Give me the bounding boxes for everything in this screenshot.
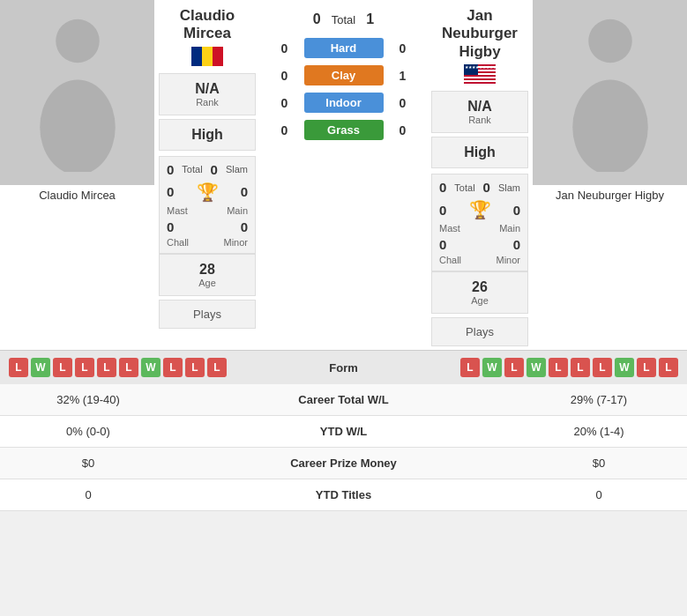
player1-caption-name: Claudio Mircea <box>39 189 116 202</box>
stat-left-3: 0 <box>0 479 176 511</box>
stat-label-0: Career Total W/L <box>176 384 511 416</box>
player1-slam-val: 0 <box>211 162 218 177</box>
player1-chall-row: 0 0 <box>167 219 248 234</box>
hard-button[interactable]: Hard <box>304 38 384 58</box>
player2-total-lbl: Total <box>454 182 474 193</box>
form-badge-l: L <box>75 358 94 377</box>
form-label: Form <box>329 361 358 375</box>
player1-age-box: 28 Age <box>159 254 256 296</box>
player2-header: Jan Neuburger Higby ★★★★★★★★★★★★ <box>431 0 528 91</box>
player1-rank-box: N/A Rank <box>159 73 256 115</box>
indoor-button[interactable]: Indoor <box>304 93 384 113</box>
form-badge-l: L <box>549 358 568 377</box>
stats-row-1: 0% (0-0) YTD W/L 20% (1-4) <box>0 416 687 448</box>
svg-point-2 <box>588 19 632 63</box>
player2-name: Jan Neuburger Higby <box>431 7 528 61</box>
player1-slam-lbl: Slam <box>226 164 248 174</box>
player2-main-lbl: Main <box>499 223 520 234</box>
player2-info-col: Jan Neuburger Higby ★★★★★★★★★★★★ N/A Ran… <box>427 0 533 350</box>
player2-trophy-icon: 🏆 <box>469 199 491 220</box>
clay-button[interactable]: Clay <box>304 65 384 85</box>
player2-age-val: 26 <box>439 279 520 295</box>
stats-row-0: 32% (19-40) Career Total W/L 29% (7-17) <box>0 384 687 416</box>
player2-rank-lbl: Rank <box>439 115 520 125</box>
form-badge-l: L <box>97 358 116 377</box>
form-badge-w: W <box>31 358 50 377</box>
form-badge-l: L <box>637 358 656 377</box>
form-badge-l: L <box>119 358 138 377</box>
player2-caption: Jan Neuburger Higby <box>533 185 687 205</box>
player2-photo <box>533 0 687 185</box>
player1-main-val: 0 <box>241 184 248 199</box>
stats-table: 32% (19-40) Career Total W/L 29% (7-17) … <box>0 384 687 511</box>
player2-photo-col: Jan Neuburger Higby <box>533 0 687 350</box>
grass-button[interactable]: Grass <box>304 120 384 140</box>
stats-row-2: $0 Career Prize Money $0 <box>0 448 687 479</box>
player2-age-lbl: Age <box>439 295 520 306</box>
player1-plays-lbl: Plays <box>167 308 248 321</box>
player2-plays-lbl: Plays <box>439 325 520 338</box>
top-section: Claudio Mircea Claudio Mircea N/A Rank <box>0 0 687 350</box>
player1-minor-lbl: Minor <box>223 237 248 248</box>
form-badge-l: L <box>207 358 227 377</box>
player2-high-box: High <box>431 137 528 168</box>
player2-minor-lbl: Minor <box>496 255 520 265</box>
player1-plays-box: Plays <box>159 300 256 329</box>
svg-point-1 <box>40 79 116 172</box>
grass-row: 0 Grass 0 <box>260 120 427 140</box>
player1-stats-box: 0 Total 0 Slam 0 🏆 0 Mast Main 0 0 <box>159 156 256 254</box>
player1-mast-val: 0 <box>167 184 174 199</box>
form-section: LWLLLLWLLL Form LWLWLLLWLL <box>0 350 687 384</box>
form-badge-l: L <box>659 358 678 377</box>
stats-row-3: 0 YTD Titles 0 <box>0 479 687 511</box>
hard-right: 0 <box>394 41 412 56</box>
form-badge-w: W <box>615 358 634 377</box>
player1-mast-lbl: Mast <box>167 205 188 216</box>
main-container: Claudio Mircea Claudio Mircea N/A Rank <box>0 0 687 511</box>
player1-photo <box>0 0 154 185</box>
form-badge-l: L <box>163 358 183 377</box>
svg-point-3 <box>572 79 648 172</box>
player2-chall-val: 0 <box>439 237 446 252</box>
stat-left-1: 0% (0-0) <box>0 416 176 448</box>
player1-rank-lbl: Rank <box>167 97 248 108</box>
player2-main-val: 0 <box>513 203 520 218</box>
form-badge-l: L <box>571 358 590 377</box>
grass-left: 0 <box>276 123 294 137</box>
player1-minor-val: 0 <box>241 219 248 234</box>
player1-caption: Claudio Mircea <box>0 185 154 205</box>
hard-left: 0 <box>276 41 294 56</box>
clay-left: 0 <box>276 69 294 83</box>
player1-name: Claudio Mircea <box>159 7 256 43</box>
player1-high-box: High <box>159 119 256 151</box>
form-badge-l: L <box>185 358 205 377</box>
player2-caption-name: Jan Neuburger Higby <box>556 189 664 202</box>
indoor-row: 0 Indoor 0 <box>260 93 427 113</box>
stat-right-0: 29% (7-17) <box>511 384 687 416</box>
player1-total-val: 0 <box>167 162 174 177</box>
player1-main-lbl: Main <box>227 205 248 216</box>
player2-slam-lbl: Slam <box>498 182 520 193</box>
form-badge-w: W <box>141 358 161 377</box>
form-badge-w: W <box>526 358 546 377</box>
player2-age-box: 26 Age <box>431 271 528 314</box>
grass-right: 0 <box>394 123 412 137</box>
player1-chall-val: 0 <box>167 219 174 234</box>
player2-chall-lbl: Chall <box>439 255 461 265</box>
player1-mast-row: 0 🏆 0 <box>167 182 248 203</box>
player2-total-val: 0 <box>439 180 446 195</box>
player2-mast-lbl: Mast <box>439 223 460 234</box>
form-badge-l: L <box>460 358 480 377</box>
stat-left-0: 32% (19-40) <box>0 384 176 416</box>
player1-chall-lbl: Chall <box>167 237 189 248</box>
player1-form-badges: LWLLLLWLLL <box>9 358 227 377</box>
svg-point-0 <box>56 19 100 63</box>
player1-age-lbl: Age <box>167 278 248 288</box>
form-badge-l: L <box>504 358 524 377</box>
form-badge-l: L <box>593 358 612 377</box>
stat-label-1: YTD W/L <box>176 416 511 448</box>
player2-mast-val: 0 <box>439 203 446 218</box>
player2-rank-val: N/A <box>439 99 520 115</box>
player2-plays-box: Plays <box>431 317 528 346</box>
clay-right: 1 <box>394 69 412 83</box>
